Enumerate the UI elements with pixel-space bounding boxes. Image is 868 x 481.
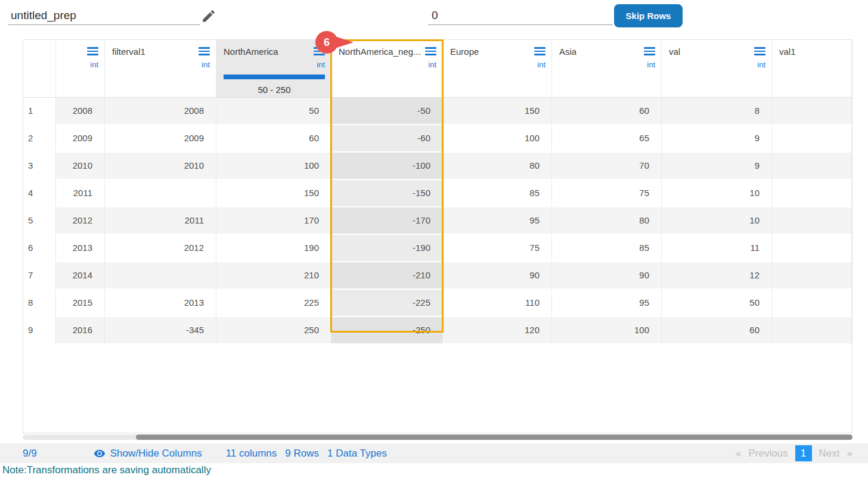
cell[interactable] [772, 262, 852, 290]
cell[interactable]: 150 [443, 98, 552, 125]
cell[interactable]: 2008 [105, 98, 216, 125]
cell[interactable]: 85 [443, 180, 552, 207]
cell[interactable]: 75 [443, 235, 552, 262]
horizontal-scrollbar-thumb[interactable] [136, 435, 852, 440]
cell[interactable]: 170 [216, 207, 331, 235]
cell[interactable]: 2008 [56, 98, 105, 125]
previous-button[interactable]: Previous [748, 448, 788, 460]
cell[interactable]: 190 [216, 235, 331, 262]
cell[interactable]: -345 [105, 317, 216, 345]
cell[interactable]: -170 [331, 207, 443, 235]
skip-rows-button[interactable]: Skip Rows [614, 4, 683, 27]
column-header-val1[interactable]: val1 [772, 40, 852, 98]
cell[interactable]: 10 [662, 180, 772, 207]
cell[interactable]: -60 [331, 125, 443, 153]
cell[interactable]: 2016 [56, 317, 105, 345]
cell[interactable] [772, 153, 852, 180]
cell[interactable]: 2015 [56, 290, 105, 317]
column-menu-icon[interactable] [199, 45, 210, 57]
cell[interactable]: 2014 [56, 262, 105, 290]
cell[interactable]: 2010 [56, 153, 105, 180]
prep-name-input[interactable] [8, 6, 200, 25]
cell[interactable]: 50 [216, 98, 331, 125]
cell[interactable]: 2013 [105, 290, 216, 317]
cell[interactable]: -225 [331, 290, 443, 317]
cell[interactable]: 2011 [56, 180, 105, 207]
cell[interactable]: 120 [443, 317, 552, 345]
cell[interactable]: 12 [662, 262, 772, 290]
next-arrow[interactable]: » [847, 448, 852, 460]
column-header-northamerica[interactable]: NorthAmericaint50 - 250 [216, 40, 331, 98]
column-header-europe[interactable]: Europeint [443, 40, 552, 98]
cell[interactable]: 60 [662, 317, 772, 345]
cell[interactable]: 2009 [56, 125, 105, 153]
column-menu-icon[interactable] [534, 45, 545, 57]
column-menu-icon[interactable] [314, 45, 325, 57]
cell[interactable] [105, 262, 216, 290]
cell[interactable]: 60 [216, 125, 331, 153]
column-menu-icon[interactable] [87, 45, 98, 57]
cell[interactable]: 100 [216, 153, 331, 180]
cell[interactable]: 90 [552, 262, 662, 290]
cell[interactable]: 210 [216, 262, 331, 290]
cell[interactable]: 70 [552, 153, 662, 180]
column-menu-icon[interactable] [425, 45, 436, 57]
cell[interactable]: 100 [443, 125, 552, 153]
cell[interactable]: 2012 [56, 207, 105, 235]
cell[interactable]: -100 [331, 153, 443, 180]
cell[interactable]: -150 [331, 180, 443, 207]
eye-icon [94, 448, 106, 460]
cell[interactable]: -50 [331, 98, 443, 125]
cell[interactable] [772, 235, 852, 262]
cell[interactable]: 2012 [105, 235, 216, 262]
cell[interactable]: 100 [552, 317, 662, 345]
cell[interactable]: 95 [443, 207, 552, 235]
column-header-val[interactable]: valint [662, 40, 772, 98]
column-menu-icon[interactable] [644, 45, 655, 57]
cell[interactable]: 60 [552, 98, 662, 125]
column-menu-icon[interactable] [754, 45, 765, 57]
cell[interactable]: -210 [331, 262, 443, 290]
cell[interactable]: 11 [662, 235, 772, 262]
cell[interactable]: 9 [662, 125, 772, 153]
column-header-asia[interactable]: Asiaint [552, 40, 662, 98]
column-header-filterval1[interactable]: filterval1int [105, 40, 216, 98]
cell[interactable] [772, 317, 852, 345]
horizontal-scrollbar-track[interactable] [23, 435, 852, 440]
next-button[interactable]: Next [819, 448, 840, 460]
cell[interactable]: 2011 [105, 207, 216, 235]
cell[interactable] [772, 125, 852, 153]
cell[interactable]: 2009 [105, 125, 216, 153]
cell[interactable]: 65 [552, 125, 662, 153]
cell[interactable]: 250 [216, 317, 331, 345]
cell[interactable]: -250 [331, 317, 443, 345]
edit-pencil-icon[interactable] [201, 8, 216, 24]
show-hide-columns-button[interactable]: Show/Hide Columns [94, 448, 202, 460]
cell[interactable]: 90 [443, 262, 552, 290]
cell[interactable]: 80 [552, 207, 662, 235]
cell[interactable]: 9 [662, 153, 772, 180]
cell[interactable]: 110 [443, 290, 552, 317]
cell[interactable]: 75 [552, 180, 662, 207]
cell[interactable]: 95 [552, 290, 662, 317]
cell[interactable]: -190 [331, 235, 443, 262]
column-header-unnamed[interactable]: int [56, 40, 105, 98]
previous-arrow[interactable]: « [736, 448, 741, 460]
cell[interactable] [772, 98, 852, 125]
column-header-northamerica-neg-[interactable]: NorthAmerica_neg...int [331, 40, 443, 98]
cell[interactable] [772, 290, 852, 317]
cell[interactable]: 8 [662, 98, 772, 125]
cell[interactable]: 150 [216, 180, 331, 207]
cell[interactable]: 85 [552, 235, 662, 262]
current-page-button[interactable]: 1 [795, 445, 812, 461]
skip-rows-input[interactable] [428, 6, 613, 25]
cell[interactable] [772, 180, 852, 207]
cell[interactable]: 10 [662, 207, 772, 235]
cell[interactable]: 80 [443, 153, 552, 180]
cell[interactable]: 2010 [105, 153, 216, 180]
cell[interactable]: 50 [662, 290, 772, 317]
cell[interactable] [105, 180, 216, 207]
cell[interactable]: 225 [216, 290, 331, 317]
cell[interactable] [772, 207, 852, 235]
cell[interactable]: 2013 [56, 235, 105, 262]
